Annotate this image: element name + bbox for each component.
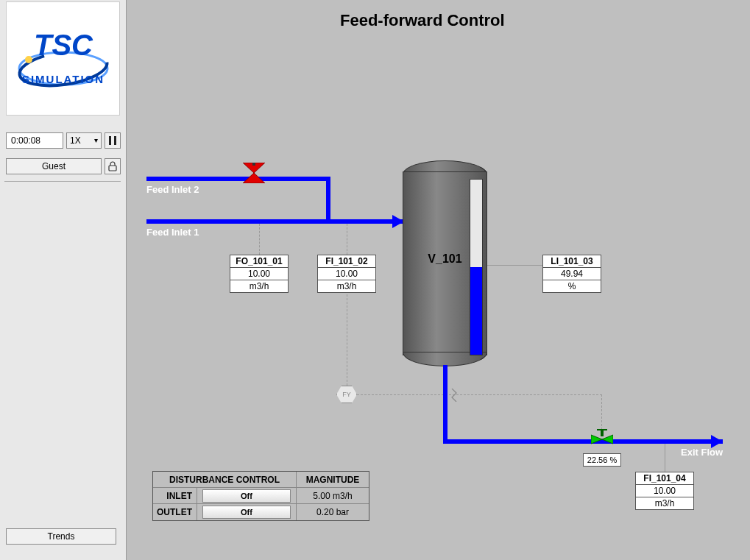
inlet-toggle[interactable]: Off [202,489,291,503]
svg-rect-6 [114,136,116,145]
pipe-feed1-h [146,219,404,224]
conn-fo10101 [259,224,260,255]
pipe-feed2-h [146,177,330,181]
inlet-magnitude: 5.00 m3/h [297,488,369,503]
tag-unit: % [543,280,601,292]
tag-fi-101-02[interactable]: FI_101_02 10.00 m3/h [317,255,376,293]
valve-exit-percent: 22.56 % [583,453,621,467]
flow-break-icon [449,389,459,402]
conn-fy-to-valve-h [357,394,602,395]
pause-button[interactable] [105,132,121,149]
trends-button[interactable]: Trends [6,528,116,545]
fy-block[interactable]: FY [336,386,357,403]
valve-feed2[interactable] [243,163,265,183]
conn-vessel-to-li [487,265,542,266]
level-gauge [470,179,483,355]
tag-fi-101-04[interactable]: FI_101_04 10.00 m3/h [635,472,694,510]
label-feed-inlet-2: Feed Inlet 2 [146,184,199,195]
vessel-v101[interactable]: V_101 [403,160,487,366]
conn-fy-to-valve-v [601,394,602,430]
sim-time: 0:00:08 [6,132,63,149]
pipe-out-v [443,365,447,442]
svg-marker-8 [243,173,265,183]
disturbance-table: DISTURBANCE CONTROL MAGNITUDE INLET Off … [152,471,369,521]
tag-name: FI_101_04 [636,472,693,485]
outlet-toggle[interactable]: Off [202,506,291,519]
conn-valve-to-fi4 [665,444,665,472]
speed-value: 1X [70,133,81,148]
svg-rect-10 [252,163,255,166]
lock-button[interactable] [105,158,121,174]
label-feed-inlet-1: Feed Inlet 1 [146,227,199,238]
header-magnitude: MAGNITUDE [297,472,369,487]
conn-fi10102 [347,224,347,255]
tag-value: 10.00 [636,485,693,497]
lock-icon [108,161,117,171]
user-button[interactable]: Guest [6,158,102,174]
svg-text:TSC: TSC [34,29,93,61]
header-control: DISTURBANCE CONTROL [153,472,297,487]
table-row-inlet: INLET Off 5.00 m3/h [153,488,369,504]
pipe-feed2-v [326,177,330,221]
level-fill [470,267,482,355]
table-header: DISTURBANCE CONTROL MAGNITUDE [153,472,369,488]
outlet-magnitude: 0.20 bar [297,504,369,520]
tag-name: FI_101_02 [318,255,375,268]
logo: TSC SIMULATION [6,1,120,116]
diagram-canvas: Feed-forward Control Feed Inlet 2 Feed I… [127,0,750,560]
pause-icon [109,136,116,145]
tag-value: 10.00 [318,268,375,280]
tag-value: 10.00 [230,268,288,280]
row-label: INLET [153,488,197,503]
divider [4,181,121,182]
svg-point-4 [25,56,32,63]
tag-unit: m3/h [636,497,693,509]
tag-value: 49.94 [543,268,601,280]
fy-label: FY [342,391,351,398]
label-exit-flow: Exit Flow [681,447,723,458]
tag-name: FO_101_01 [230,255,288,268]
tag-unit: m3/h [318,280,375,292]
pipe-out-h [443,439,723,444]
svg-rect-5 [109,136,111,145]
speed-select[interactable]: 1X ▾ [66,132,102,149]
tag-unit: m3/h [230,280,288,292]
conn-fi-to-fy [347,294,347,386]
tag-name: LI_101_03 [543,255,601,268]
tag-li-101-03[interactable]: LI_101_03 49.94 % [542,255,601,293]
svg-text:SIMULATION: SIMULATION [22,73,105,85]
svg-rect-7 [109,166,116,171]
svg-rect-14 [597,429,607,430]
table-row-outlet: OUTLET Off 0.20 bar [153,504,369,520]
valve-exit[interactable] [591,429,613,450]
tag-fo-101-01[interactable]: FO_101_01 10.00 m3/h [230,255,289,293]
chevron-down-icon: ▾ [94,133,98,148]
svg-marker-11 [591,435,602,444]
sidebar: TSC SIMULATION 0:00:08 1X ▾ Guest Trends [0,0,127,560]
row-label: OUTLET [153,504,197,520]
svg-marker-12 [602,435,613,444]
page-title: Feed-forward Control [340,11,505,30]
